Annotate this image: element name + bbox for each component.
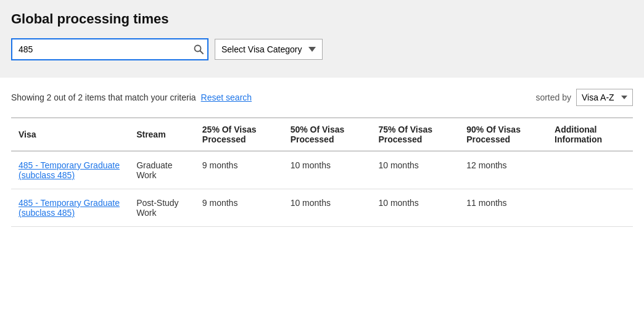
svg-line-1 [200, 51, 204, 54]
cell-visa-1: 485 - Temporary Graduate (subclass 485) [11, 189, 129, 227]
results-summary: Showing 2 out of 2 items that match your… [11, 92, 196, 102]
reset-search-link[interactable]: Reset search [201, 92, 252, 102]
cell-visa-0: 485 - Temporary Graduate (subclass 485) [11, 151, 129, 189]
table-header-row: Visa Stream 25% Of Visas Processed 50% O… [11, 118, 633, 151]
search-input[interactable] [11, 38, 208, 60]
sort-bar: sorted by Visa A-Z Visa Z-A [535, 89, 633, 106]
cell-stream-0: Graduate Work [129, 151, 195, 189]
col-header-visa: Visa [11, 118, 129, 151]
col-header-p50: 50% Of Visas Processed [283, 118, 371, 151]
cell-p25-0: 9 months [195, 151, 283, 189]
cell-p90-0: 12 months [459, 151, 547, 189]
col-header-p75: 75% Of Visas Processed [371, 118, 459, 151]
search-button[interactable] [194, 44, 204, 54]
results-table: Visa Stream 25% Of Visas Processed 50% O… [11, 117, 633, 227]
content-section: Showing 2 out of 2 items that match your… [0, 78, 644, 244]
table-row: 485 - Temporary Graduate (subclass 485) … [11, 151, 633, 189]
page-title: Global processing times [11, 11, 633, 27]
cell-additional-0 [547, 151, 633, 189]
search-bar: Select Visa Category [11, 38, 633, 60]
col-header-stream: Stream [129, 118, 195, 151]
cell-additional-1 [547, 189, 633, 227]
visa-link-0[interactable]: 485 - Temporary Graduate (subclass 485) [19, 160, 120, 180]
col-header-additional: Additional Information [547, 118, 633, 151]
results-bar: Showing 2 out of 2 items that match your… [11, 89, 633, 106]
cell-p50-0: 10 months [283, 151, 371, 189]
visa-link-1[interactable]: 485 - Temporary Graduate (subclass 485) [19, 198, 120, 218]
cell-p90-1: 11 months [459, 189, 547, 227]
cell-p75-0: 10 months [371, 151, 459, 189]
results-left: Showing 2 out of 2 items that match your… [11, 92, 252, 102]
top-section: Global processing times Select Visa Cate… [0, 0, 644, 78]
visa-category-select[interactable]: Select Visa Category [215, 39, 323, 60]
search-input-wrapper [11, 38, 208, 60]
search-icon [194, 44, 204, 54]
cell-p50-1: 10 months [283, 189, 371, 227]
sort-select[interactable]: Visa A-Z Visa Z-A [576, 89, 633, 106]
cell-p25-1: 9 months [195, 189, 283, 227]
col-header-p25: 25% Of Visas Processed [195, 118, 283, 151]
cell-stream-1: Post-Study Work [129, 189, 195, 227]
table-row: 485 - Temporary Graduate (subclass 485) … [11, 189, 633, 227]
col-header-p90: 90% Of Visas Processed [459, 118, 547, 151]
sorted-by-label: sorted by [535, 92, 571, 102]
cell-p75-1: 10 months [371, 189, 459, 227]
